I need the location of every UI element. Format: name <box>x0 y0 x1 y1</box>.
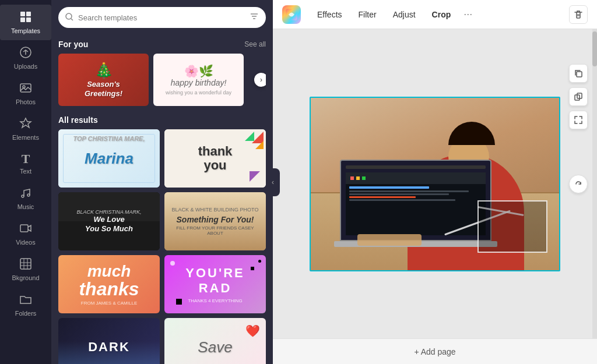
sidebar-videos-label: Videos <box>16 239 35 246</box>
svg-point-8 <box>22 195 24 197</box>
svg-point-16 <box>66 13 72 19</box>
sidebar-item-uploads[interactable]: Uploads <box>0 40 51 76</box>
result-card-something[interactable]: BLACK & WHITE BUILDING PHOTO Something F… <box>164 192 266 250</box>
all-results-header: All results <box>58 115 266 125</box>
for-you-title: For you <box>58 40 88 49</box>
canvas-scrollbar[interactable] <box>592 29 597 338</box>
svg-point-9 <box>27 194 30 196</box>
sidebar-item-music[interactable]: Music <box>0 181 51 216</box>
welove-text: We LoveYou So Much <box>76 215 141 233</box>
svg-marker-7 <box>20 118 31 128</box>
background-icon <box>19 257 32 272</box>
app-logo <box>282 5 301 24</box>
sidebar-item-folders[interactable]: Folders <box>0 287 51 323</box>
svg-rect-11 <box>20 259 31 269</box>
sidebar: Templates Uploads Photos Elements <box>0 0 51 364</box>
music-icon <box>19 186 32 201</box>
birthday-flowers: 🌸🌿 <box>184 64 213 78</box>
sidebar-item-background[interactable]: Bkground <box>0 252 51 287</box>
result-card-welove[interactable]: BLACK CHRISTINA MARK, We LoveYou So Much <box>58 192 160 250</box>
rotate-action-btn[interactable] <box>569 175 588 193</box>
birthday-card[interactable]: 🌸🌿 happy birthday! wishing you a wonderf… <box>153 54 244 106</box>
search-input[interactable] <box>78 13 245 22</box>
copy-action-btn[interactable] <box>569 64 588 83</box>
canvas-scrollbar-thumb[interactable] <box>592 31 597 66</box>
sidebar-elements-label: Elements <box>12 134 39 141</box>
left-panel-wrapper: For you See all 🎄 Season'sGreetings! 🌸🌿 … <box>51 0 273 364</box>
birthday-text: happy birthday! <box>171 78 227 87</box>
result-card-muchthanks[interactable]: muchthanks FROM JAMES & CAMILLE <box>58 255 160 313</box>
add-page-bar[interactable]: + Add page <box>273 338 597 364</box>
filter-icon[interactable] <box>250 12 259 23</box>
svg-rect-2 <box>20 17 25 22</box>
sidebar-templates-label: Templates <box>11 27 40 34</box>
something-text: Something For You! <box>169 215 261 224</box>
dark-text: DARK <box>88 340 130 355</box>
sidebar-photos-label: Photos <box>16 98 36 105</box>
result-card-rad[interactable]: YOU'RERAD THANKS 4 EVERYTHING <box>164 255 266 313</box>
svg-line-17 <box>71 19 73 20</box>
result-card-save[interactable]: ❤️ Save <box>164 318 266 364</box>
sidebar-music-label: Music <box>17 203 34 210</box>
filter-button[interactable]: Filter <box>352 6 384 23</box>
seasons-card[interactable]: 🎄 Season'sGreetings! <box>58 54 149 106</box>
sidebar-folders-label: Folders <box>15 310 37 317</box>
sidebar-item-videos[interactable]: Videos <box>0 216 51 252</box>
result-card-thankyou[interactable]: thankyou <box>164 129 266 188</box>
sidebar-item-elements[interactable]: Elements <box>0 111 51 147</box>
more-options-btn[interactable]: ··· <box>460 5 476 24</box>
image-container[interactable] <box>310 97 560 271</box>
add-page-label: + Add page <box>414 347 455 356</box>
sidebar-background-label: Bkground <box>12 274 39 281</box>
text-icon: T <box>22 153 30 165</box>
marina-subtext: TOP CHRISTINA MARE, <box>65 135 153 142</box>
svg-rect-1 <box>26 12 31 16</box>
videos-icon <box>19 222 32 236</box>
panel-collapse-btn[interactable]: ‹ <box>266 168 280 196</box>
featured-cards-row: 🎄 Season'sGreetings! 🌸🌿 happy birthday! … <box>58 54 266 106</box>
image-mockup <box>311 98 559 270</box>
results-grid: TOP CHRISTINA MARE, Marina thankyou <box>58 129 266 364</box>
crop-button[interactable]: Crop <box>425 6 458 23</box>
right-panel: Effects Filter Adjust Crop ··· <box>273 0 597 364</box>
result-card-marina[interactable]: TOP CHRISTINA MARE, Marina <box>58 129 160 188</box>
svg-rect-0 <box>20 12 25 16</box>
folders-icon <box>19 293 32 308</box>
something-subtext1: BLACK & WHITE BUILDING PHOTO <box>169 207 261 213</box>
for-you-header: For you See all <box>58 40 266 49</box>
marina-text: Marina <box>85 150 134 168</box>
rad-text: YOU'RERAD <box>185 266 244 296</box>
rotate-action-area <box>569 175 588 193</box>
canvas-actions <box>569 64 588 129</box>
birthday-subtext: wishing you a wonderful day <box>166 90 231 96</box>
effects-button[interactable]: Effects <box>310 6 349 23</box>
something-subtext2: FILL FROM YOUR FRIENDS CASEY ABOUT <box>169 225 261 236</box>
all-results-title: All results <box>58 115 98 125</box>
duplicate-action-btn[interactable] <box>569 87 588 106</box>
thankyou-text: thankyou <box>198 144 233 172</box>
sidebar-text-label: Text <box>20 168 31 175</box>
panel-content: For you See all 🎄 Season'sGreetings! 🌸🌿 … <box>51 35 273 364</box>
muchthanks-subtext: FROM JAMES & CAMILLE <box>79 301 139 306</box>
carousel-next-btn[interactable]: › <box>254 73 266 87</box>
result-card-dark[interactable]: DARK <box>58 318 160 364</box>
canvas-content <box>310 97 560 271</box>
sidebar-item-text[interactable]: T Text <box>0 147 51 181</box>
expand-action-btn[interactable] <box>569 111 588 129</box>
welove-subtext1: BLACK CHRISTINA MARK, <box>76 209 141 215</box>
see-all-link[interactable]: See all <box>244 40 266 48</box>
templates-icon <box>19 10 32 25</box>
selection-box <box>477 200 547 253</box>
sidebar-item-photos[interactable]: Photos <box>0 76 51 111</box>
adjust-button[interactable]: Adjust <box>386 6 423 23</box>
delete-button[interactable] <box>569 5 588 24</box>
svg-rect-10 <box>20 225 28 232</box>
sidebar-item-templates[interactable]: Templates <box>0 5 51 40</box>
svg-rect-24 <box>577 72 582 77</box>
uploads-icon <box>19 46 32 61</box>
toolbar: Effects Filter Adjust Crop ··· <box>273 0 597 29</box>
sidebar-uploads-label: Uploads <box>14 63 37 70</box>
search-bar <box>58 7 266 28</box>
search-icon <box>65 13 73 23</box>
left-panel: For you See all 🎄 Season'sGreetings! 🌸🌿 … <box>51 0 273 364</box>
